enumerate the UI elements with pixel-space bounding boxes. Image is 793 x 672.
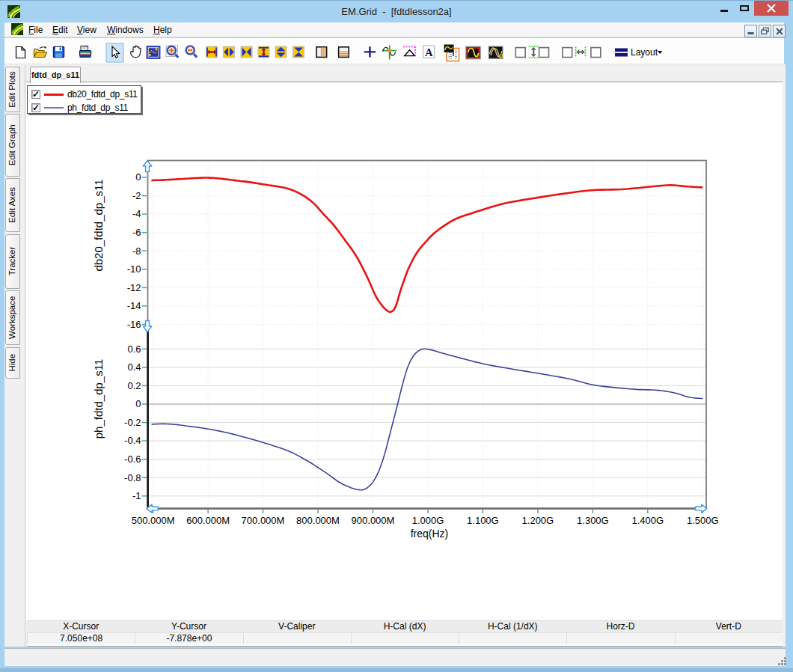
svg-text:-2: -2 [132,190,141,201]
svg-text:1.000G: 1.000G [412,515,444,526]
svg-text:1.500G: 1.500G [687,515,719,526]
svg-text:-0.4: -0.4 [124,435,141,446]
svg-text:-4: -4 [132,208,141,219]
svg-text:Workspace: Workspace [7,296,16,339]
svg-text:-8: -8 [132,245,141,257]
svg-text:Edit Plots: Edit Plots [7,71,16,108]
svg-text:-0.8: -0.8 [124,472,141,483]
svg-text:0: 0 [135,171,141,183]
svg-text:500.000M: 500.000M [132,515,175,526]
svg-text:-10: -10 [127,263,141,275]
svg-text:0.2: 0.2 [127,380,141,391]
svg-text:db20_fdtd_dp_s11: db20_fdtd_dp_s11 [92,179,105,271]
svg-text:-6: -6 [132,227,141,238]
svg-text:0.4: 0.4 [127,361,141,373]
svg-text:700.000M: 700.000M [242,515,285,526]
svg-text:-12: -12 [127,282,141,293]
svg-text:ph_fdtd_dp_s11: ph_fdtd_dp_s11 [92,359,105,439]
svg-text:-16: -16 [127,319,141,330]
svg-text:0.6: 0.6 [127,343,141,355]
svg-text:Layout: Layout [631,47,658,58]
svg-text:-1: -1 [132,490,141,501]
svg-text:1.300G: 1.300G [577,515,609,526]
svg-text:-14: -14 [127,300,141,311]
svg-text:A: A [425,46,433,58]
svg-text:1.200G: 1.200G [522,515,554,526]
svg-text:-0.6: -0.6 [124,453,141,465]
svg-text:Edit Graph: Edit Graph [7,124,16,165]
svg-text:900.000M: 900.000M [352,515,395,526]
svg-text:800.000M: 800.000M [296,515,340,526]
svg-text:1.100G: 1.100G [467,515,499,526]
svg-text:0: 0 [135,398,141,409]
svg-text:-0.2: -0.2 [124,417,141,428]
svg-text:1.400G: 1.400G [631,515,664,526]
svg-text:Hide: Hide [7,354,16,372]
svg-text:Edit Axes: Edit Axes [7,187,16,223]
svg-text:Tracker: Tracker [7,247,16,276]
svg-text:freq(Hz): freq(Hz) [411,528,449,540]
svg-text:600.000M: 600.000M [186,515,230,526]
